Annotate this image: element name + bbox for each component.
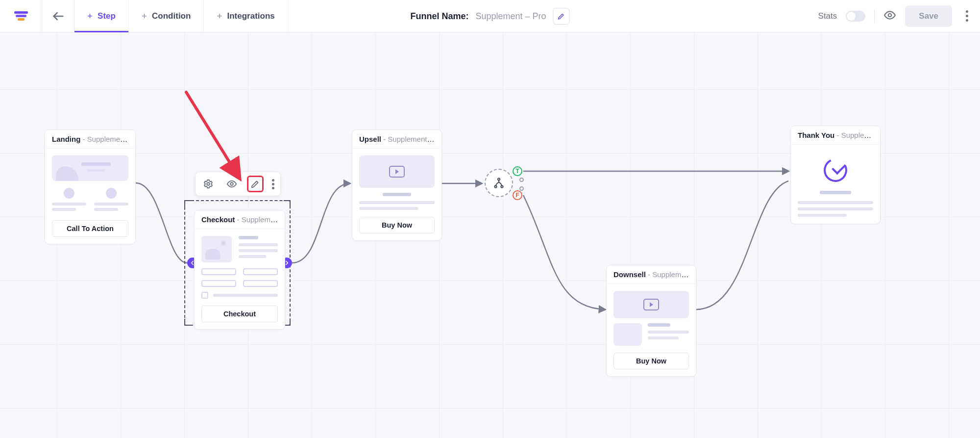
svg-point-3 <box>230 182 233 185</box>
tab-condition[interactable]: + Condition <box>129 0 204 32</box>
thumbnail <box>613 291 689 318</box>
condition-true-badge: T <box>513 166 522 176</box>
thumbnail <box>359 155 435 188</box>
thumbnail <box>359 201 435 204</box>
node-thankyou-header: Thank You - Supplement T… <box>791 126 880 145</box>
tab-integrations-label: Integrations <box>227 11 274 21</box>
more-menu-button[interactable] <box>961 8 973 24</box>
node-upsell[interactable]: Upsell - Supplement U… Buy Now <box>352 129 442 241</box>
play-icon <box>389 166 405 178</box>
thumbnail <box>359 207 418 210</box>
node-landing-title: Landing <box>52 135 80 143</box>
stats-toggle[interactable] <box>846 11 865 22</box>
node-downsell-header: Downsell - Supplement D… <box>607 265 696 284</box>
node-downsell-subtitle: - Supplement D… <box>646 270 696 279</box>
node-downsell[interactable]: Downsell - Supplement D… Buy Now <box>606 265 696 377</box>
thumbnail <box>613 323 689 346</box>
funnel-name-group: Funnel Name: Supplement – Pro <box>410 0 569 32</box>
stats-label: Stats <box>818 11 837 21</box>
canvas-grid <box>0 32 980 438</box>
eye-icon <box>883 9 896 22</box>
plus-icon: + <box>142 11 147 22</box>
toolbar-tabs: + Step + Condition + Integrations <box>74 0 288 32</box>
node-checkout-header: Checkout - Supplement C… <box>195 210 285 229</box>
condition-false-badge: F <box>513 190 522 200</box>
thumbnail <box>201 292 278 299</box>
node-checkout[interactable]: Checkout - Supplement C… Checkout <box>194 210 285 330</box>
node-checkout-cta: Checkout <box>201 306 278 322</box>
check-circle-icon <box>820 155 851 185</box>
tab-step[interactable]: + Step <box>74 0 129 32</box>
thumbnail <box>798 214 847 217</box>
svg-point-1 <box>888 13 892 17</box>
funnel-name-value: Supplement – Pro <box>475 11 546 22</box>
tab-integrations[interactable]: + Integrations <box>204 0 288 32</box>
back-button[interactable] <box>42 0 74 32</box>
plus-icon: + <box>87 11 93 22</box>
pencil-icon <box>250 179 261 189</box>
node-landing-subtitle: - Supplement La… <box>80 135 135 143</box>
pencil-icon <box>557 12 566 21</box>
top-right-controls: Stats Save <box>818 0 980 32</box>
node-downsell-title: Downsell <box>613 270 646 279</box>
svg-point-2 <box>207 182 210 185</box>
thumbnail <box>52 155 128 181</box>
node-checkout-title: Checkout <box>201 215 235 224</box>
node-thankyou[interactable]: Thank You - Supplement T… <box>790 126 881 224</box>
preview-button[interactable] <box>883 9 896 24</box>
node-condition[interactable] <box>485 169 513 197</box>
top-bar: + Step + Condition + Integrations Funnel… <box>0 0 980 32</box>
node-upsell-subtitle: - Supplement U… <box>381 135 441 143</box>
save-button[interactable]: Save <box>905 5 952 27</box>
app-logo[interactable] <box>0 0 42 32</box>
node-preview-button[interactable] <box>225 177 239 191</box>
thumbnail <box>798 207 873 210</box>
branch-icon <box>492 177 505 189</box>
thumbnail <box>383 193 412 196</box>
node-toolbar <box>195 172 281 196</box>
node-settings-button[interactable] <box>201 177 215 191</box>
eye-icon <box>226 179 237 189</box>
funnel-name-label: Funnel Name: <box>410 11 468 22</box>
condition-true-port[interactable] <box>519 178 524 182</box>
thumbnail <box>201 236 278 262</box>
thumbnail <box>201 268 278 275</box>
tab-condition-label: Condition <box>152 11 191 21</box>
node-edit-button[interactable] <box>248 177 262 191</box>
thumbnail <box>820 191 852 194</box>
node-landing-header: Landing - Supplement La… <box>45 130 135 149</box>
divider <box>874 9 875 23</box>
plus-icon: + <box>217 11 222 22</box>
node-thankyou-title: Thank You <box>798 131 834 139</box>
gear-icon <box>203 179 214 189</box>
thumbnail <box>201 280 278 287</box>
condition-false-port[interactable] <box>519 186 524 191</box>
thumbnail <box>798 201 873 204</box>
node-upsell-header: Upsell - Supplement U… <box>352 130 441 149</box>
node-upsell-title: Upsell <box>359 135 381 143</box>
play-icon <box>643 299 659 310</box>
edit-funnel-name-button[interactable] <box>553 8 570 25</box>
tab-step-label: Step <box>98 11 116 21</box>
node-checkout-subtitle: - Supplement C… <box>235 215 285 224</box>
node-landing[interactable]: Landing - Supplement La… Call To Action <box>45 129 136 244</box>
node-upsell-cta: Buy Now <box>359 217 435 233</box>
arrow-left-icon <box>51 9 65 23</box>
thumbnail <box>52 188 128 213</box>
node-more-button[interactable] <box>272 178 274 191</box>
node-landing-cta: Call To Action <box>52 220 128 237</box>
node-thankyou-subtitle: - Supplement T… <box>834 131 880 139</box>
funnel-canvas[interactable]: Landing - Supplement La… Call To Action <box>0 32 980 438</box>
node-downsell-cta: Buy Now <box>613 353 689 369</box>
